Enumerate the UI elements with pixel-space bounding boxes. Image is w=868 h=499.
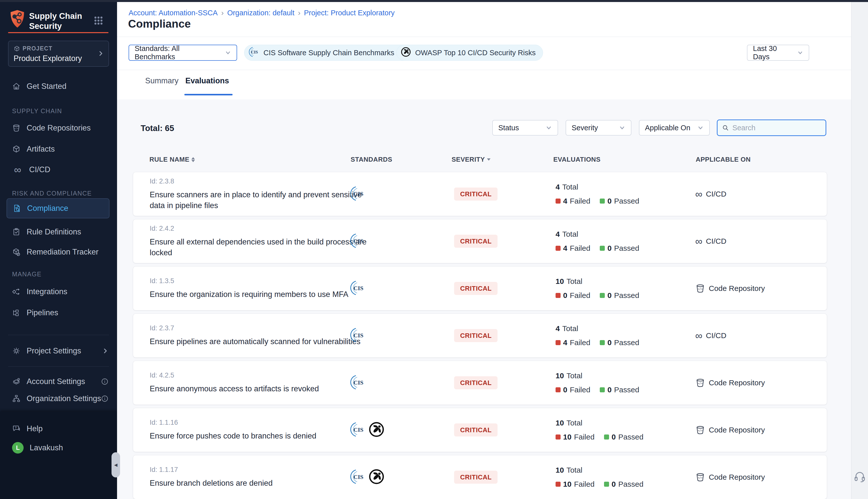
breadcrumb-account-link[interactable]: Account: Automation-SSCA — [129, 9, 218, 17]
sidebar-item-compliance[interactable]: Compliance — [7, 198, 109, 218]
passed-indicator — [600, 293, 605, 298]
sidebar-section-supply-chain: SUPPLY CHAIN — [12, 107, 62, 115]
failed-indicator — [556, 435, 560, 439]
rule-id: Id: 2.3.7 — [150, 324, 360, 332]
search-input[interactable] — [732, 124, 821, 132]
sidebar-item-integrations[interactable]: Integrations — [0, 285, 117, 298]
search-field[interactable] — [717, 120, 826, 136]
applicable-on-cell: </> Code Repository — [695, 425, 765, 435]
cis-standard-icon: CIS — [350, 185, 366, 203]
standards-cell: CIS — [350, 468, 385, 486]
breadcrumb-separator-icon: › — [221, 9, 224, 17]
evaluations-cell: 10Total 10Failed 0Passed — [556, 408, 643, 452]
support-headset-icon[interactable] — [854, 470, 866, 484]
table-row[interactable]: Id: 1.1.17 Ensure branch deletions are d… — [133, 455, 827, 499]
table-row[interactable]: Id: 1.1.16 Ensure force pushes code to b… — [133, 408, 827, 452]
infinity-icon: ∞ — [695, 331, 702, 341]
table-row[interactable]: Id: 2.3.8 Ensure scanners are in place t… — [133, 172, 827, 216]
evaluations-cell: 4Total 4Failed 0Passed — [556, 172, 639, 216]
svg-text:</>: </> — [14, 127, 19, 130]
cis-benchmark-chip[interactable]: CIS CIS Software Supply Chain Benchmarks… — [244, 45, 414, 61]
tab-evaluations[interactable]: Evaluations — [185, 76, 229, 85]
sidebar-user[interactable]: L Lavakush — [0, 442, 117, 454]
applicable-on-cell: </> Code Repository — [695, 378, 765, 388]
svg-text:CIS: CIS — [353, 426, 363, 433]
breadcrumb: Account: Automation-SSCA › Organization:… — [129, 9, 395, 17]
project-selector[interactable]: PROJECT Product Exploratory — [8, 41, 109, 67]
rule-name: Ensure branch deletions are denied — [150, 478, 273, 488]
sidebar-item-help[interactable]: ? Help — [0, 423, 117, 435]
owasp-standard-icon — [368, 468, 385, 486]
breadcrumb-separator-icon: › — [298, 9, 300, 17]
sidebar-item-label: Help — [27, 424, 43, 433]
table-row[interactable]: Id: 2.4.2 Ensure all external dependenci… — [133, 219, 827, 263]
failed-indicator — [556, 482, 560, 487]
svg-text:</>: </> — [698, 288, 702, 290]
severity-badge: CRITICAL — [454, 235, 497, 248]
total-count: 10 — [556, 419, 564, 427]
rule-cell: Id: 1.1.16 Ensure force pushes code to b… — [150, 408, 316, 452]
severity-filter-select[interactable]: Severity — [566, 120, 631, 135]
chevron-right-icon — [102, 348, 108, 354]
sidebar-item-cicd[interactable]: ∞ CI/CD — [0, 164, 117, 176]
applicable-on-filter-select[interactable]: Applicable On — [639, 120, 710, 135]
table-row[interactable]: Id: 1.3.5 Ensure the organization is req… — [133, 267, 827, 310]
sidebar-collapse-handle[interactable]: ◀ — [111, 452, 120, 477]
sort-icon — [191, 157, 195, 162]
sidebar-item-get-started[interactable]: Get Started — [0, 80, 117, 93]
sidebar-item-artifacts[interactable]: Artifacts — [0, 143, 117, 155]
rule-id: Id: 2.4.2 — [150, 224, 368, 232]
svg-text:</>: </> — [698, 382, 702, 385]
table-row[interactable]: Id: 2.3.7 Ensure pipelines are automatic… — [133, 314, 827, 357]
table-row[interactable]: Id: 4.2.5 Ensure anonymous access to art… — [133, 361, 827, 405]
info-icon[interactable] — [101, 378, 108, 385]
sidebar-section-risk-compliance: RISK AND COMPLIANCE — [12, 190, 92, 197]
rule-cell: Id: 1.1.17 Ensure branch deletions are d… — [150, 455, 273, 499]
breadcrumb-project-link[interactable]: Project: Product Exploratory — [304, 9, 395, 17]
tab-summary[interactable]: Summary — [145, 76, 179, 85]
sidebar-item-organization-settings[interactable]: Organization Settings — [0, 392, 117, 405]
clipboard-check-icon — [12, 228, 21, 236]
right-gutter — [851, 2, 868, 499]
column-header-severity[interactable]: SEVERITY — [451, 156, 491, 163]
info-icon[interactable] — [101, 395, 108, 402]
severity-badge: CRITICAL — [454, 329, 497, 342]
rule-name: Ensure all external dependencies used in… — [150, 236, 368, 258]
passed-count: 0 — [612, 433, 616, 441]
sidebar-item-label: Artifacts — [27, 145, 55, 154]
cis-standard-icon: CIS — [350, 422, 366, 438]
sidebar-item-label: Get Started — [27, 82, 67, 91]
sidebar-item-label: Code Repositories — [27, 123, 91, 133]
sidebar-item-code-repositories[interactable]: </> Code Repositories — [0, 122, 117, 134]
sidebar-item-remediation-tracker[interactable]: Remediation Tracker — [0, 246, 117, 258]
date-range-select[interactable]: Last 30 Days — [747, 45, 809, 61]
app-switcher-grid-icon[interactable] — [94, 15, 104, 27]
sidebar-item-label: Organization Settings — [27, 394, 101, 403]
layers-gear-icon — [12, 377, 21, 386]
code-repository-icon: </> — [695, 472, 705, 482]
sidebar-item-account-settings[interactable]: Account Settings — [0, 376, 117, 388]
column-header-evaluations: EVALUATIONS — [553, 156, 601, 163]
rule-cell: Id: 2.3.7 Ensure pipelines are automatic… — [150, 314, 360, 357]
cis-logo-icon: CIS — [249, 46, 260, 59]
passed-indicator — [600, 198, 605, 204]
sidebar-item-label: Compliance — [27, 204, 68, 213]
breadcrumb-organization-link[interactable]: Organization: default — [227, 9, 294, 17]
rule-name: Ensure force pushes code to branches is … — [150, 430, 316, 441]
project-box-icon — [14, 46, 20, 52]
sidebar-item-rule-definitions[interactable]: Rule Definitions — [0, 226, 117, 238]
sidebar-item-project-settings[interactable]: Project Settings — [0, 345, 117, 357]
column-header-rule-name[interactable]: RULE NAME — [149, 156, 195, 163]
user-name: Lavakush — [29, 443, 63, 452]
owasp-logo-icon — [401, 47, 411, 59]
passed-indicator — [604, 482, 609, 487]
rule-id: Id: 1.3.5 — [150, 277, 348, 285]
failed-indicator — [556, 340, 560, 345]
standards-select[interactable]: Standards: All Benchmarks — [129, 45, 237, 61]
status-filter-select[interactable]: Status — [492, 120, 558, 135]
infinity-icon: ∞ — [12, 166, 23, 174]
remediation-box-icon — [12, 248, 21, 256]
sidebar-item-pipelines[interactable]: Pipelines — [0, 307, 117, 319]
owasp-chip[interactable]: OWASP Top 10 CI/CD Security Risks — [396, 45, 543, 61]
artifact-box-icon — [12, 145, 21, 153]
